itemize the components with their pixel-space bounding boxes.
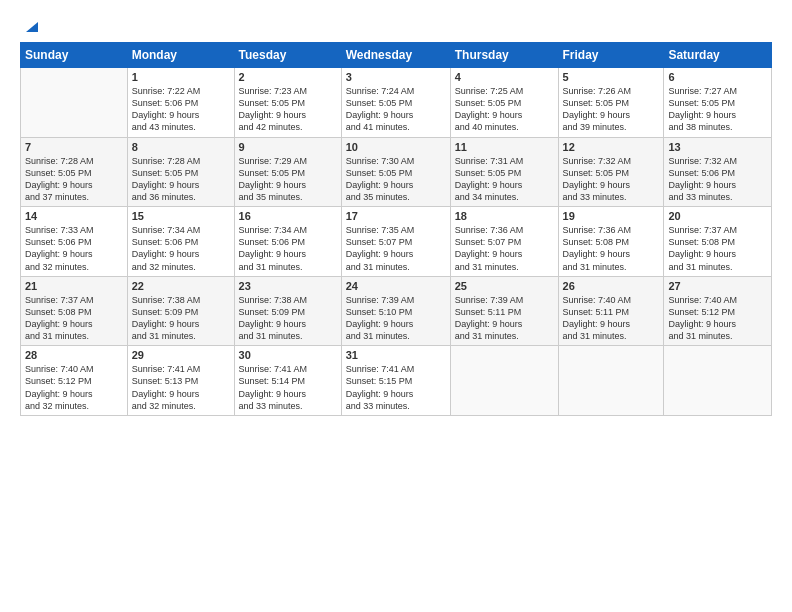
calendar-week-row: 1Sunrise: 7:22 AM Sunset: 5:06 PM Daylig… bbox=[21, 68, 772, 138]
logo bbox=[20, 18, 38, 32]
calendar-week-row: 14Sunrise: 7:33 AM Sunset: 5:06 PM Dayli… bbox=[21, 207, 772, 277]
day-info: Sunrise: 7:31 AM Sunset: 5:05 PM Dayligh… bbox=[455, 155, 554, 204]
calendar-cell: 12Sunrise: 7:32 AM Sunset: 5:05 PM Dayli… bbox=[558, 137, 664, 207]
day-number: 11 bbox=[455, 141, 554, 153]
day-number: 31 bbox=[346, 349, 446, 361]
day-info: Sunrise: 7:32 AM Sunset: 5:05 PM Dayligh… bbox=[563, 155, 660, 204]
day-info: Sunrise: 7:25 AM Sunset: 5:05 PM Dayligh… bbox=[455, 85, 554, 134]
calendar-cell: 20Sunrise: 7:37 AM Sunset: 5:08 PM Dayli… bbox=[664, 207, 772, 277]
day-info: Sunrise: 7:40 AM Sunset: 5:11 PM Dayligh… bbox=[563, 294, 660, 343]
day-number: 17 bbox=[346, 210, 446, 222]
day-number: 30 bbox=[239, 349, 337, 361]
calendar-week-row: 21Sunrise: 7:37 AM Sunset: 5:08 PM Dayli… bbox=[21, 276, 772, 346]
day-number: 29 bbox=[132, 349, 230, 361]
day-info: Sunrise: 7:30 AM Sunset: 5:05 PM Dayligh… bbox=[346, 155, 446, 204]
calendar-cell: 1Sunrise: 7:22 AM Sunset: 5:06 PM Daylig… bbox=[127, 68, 234, 138]
day-number: 13 bbox=[668, 141, 767, 153]
day-info: Sunrise: 7:41 AM Sunset: 5:13 PM Dayligh… bbox=[132, 363, 230, 412]
calendar-cell: 5Sunrise: 7:26 AM Sunset: 5:05 PM Daylig… bbox=[558, 68, 664, 138]
day-number: 14 bbox=[25, 210, 123, 222]
calendar-cell: 25Sunrise: 7:39 AM Sunset: 5:11 PM Dayli… bbox=[450, 276, 558, 346]
calendar-cell: 8Sunrise: 7:28 AM Sunset: 5:05 PM Daylig… bbox=[127, 137, 234, 207]
calendar-table: SundayMondayTuesdayWednesdayThursdayFrid… bbox=[20, 42, 772, 416]
calendar-cell: 21Sunrise: 7:37 AM Sunset: 5:08 PM Dayli… bbox=[21, 276, 128, 346]
calendar-header-monday: Monday bbox=[127, 43, 234, 68]
calendar-cell: 17Sunrise: 7:35 AM Sunset: 5:07 PM Dayli… bbox=[341, 207, 450, 277]
day-info: Sunrise: 7:26 AM Sunset: 5:05 PM Dayligh… bbox=[563, 85, 660, 134]
calendar-cell: 11Sunrise: 7:31 AM Sunset: 5:05 PM Dayli… bbox=[450, 137, 558, 207]
day-number: 28 bbox=[25, 349, 123, 361]
day-info: Sunrise: 7:36 AM Sunset: 5:07 PM Dayligh… bbox=[455, 224, 554, 273]
logo-triangle-icon bbox=[22, 18, 38, 34]
day-number: 18 bbox=[455, 210, 554, 222]
calendar-cell: 30Sunrise: 7:41 AM Sunset: 5:14 PM Dayli… bbox=[234, 346, 341, 416]
calendar-cell bbox=[664, 346, 772, 416]
day-info: Sunrise: 7:34 AM Sunset: 5:06 PM Dayligh… bbox=[132, 224, 230, 273]
calendar-header-thursday: Thursday bbox=[450, 43, 558, 68]
calendar-header-tuesday: Tuesday bbox=[234, 43, 341, 68]
calendar-header-row: SundayMondayTuesdayWednesdayThursdayFrid… bbox=[21, 43, 772, 68]
day-number: 26 bbox=[563, 280, 660, 292]
day-number: 3 bbox=[346, 71, 446, 83]
calendar-header-saturday: Saturday bbox=[664, 43, 772, 68]
day-number: 22 bbox=[132, 280, 230, 292]
calendar-cell: 22Sunrise: 7:38 AM Sunset: 5:09 PM Dayli… bbox=[127, 276, 234, 346]
day-number: 4 bbox=[455, 71, 554, 83]
calendar-cell: 4Sunrise: 7:25 AM Sunset: 5:05 PM Daylig… bbox=[450, 68, 558, 138]
day-info: Sunrise: 7:27 AM Sunset: 5:05 PM Dayligh… bbox=[668, 85, 767, 134]
page: SundayMondayTuesdayWednesdayThursdayFrid… bbox=[0, 0, 792, 612]
calendar-week-row: 7Sunrise: 7:28 AM Sunset: 5:05 PM Daylig… bbox=[21, 137, 772, 207]
day-info: Sunrise: 7:22 AM Sunset: 5:06 PM Dayligh… bbox=[132, 85, 230, 134]
calendar-cell: 14Sunrise: 7:33 AM Sunset: 5:06 PM Dayli… bbox=[21, 207, 128, 277]
day-number: 27 bbox=[668, 280, 767, 292]
day-info: Sunrise: 7:40 AM Sunset: 5:12 PM Dayligh… bbox=[668, 294, 767, 343]
day-number: 23 bbox=[239, 280, 337, 292]
calendar-cell: 2Sunrise: 7:23 AM Sunset: 5:05 PM Daylig… bbox=[234, 68, 341, 138]
day-number: 10 bbox=[346, 141, 446, 153]
calendar-cell: 15Sunrise: 7:34 AM Sunset: 5:06 PM Dayli… bbox=[127, 207, 234, 277]
calendar-header-sunday: Sunday bbox=[21, 43, 128, 68]
day-info: Sunrise: 7:32 AM Sunset: 5:06 PM Dayligh… bbox=[668, 155, 767, 204]
day-info: Sunrise: 7:29 AM Sunset: 5:05 PM Dayligh… bbox=[239, 155, 337, 204]
day-info: Sunrise: 7:33 AM Sunset: 5:06 PM Dayligh… bbox=[25, 224, 123, 273]
calendar-cell: 27Sunrise: 7:40 AM Sunset: 5:12 PM Dayli… bbox=[664, 276, 772, 346]
calendar-cell: 31Sunrise: 7:41 AM Sunset: 5:15 PM Dayli… bbox=[341, 346, 450, 416]
day-number: 20 bbox=[668, 210, 767, 222]
day-number: 7 bbox=[25, 141, 123, 153]
day-info: Sunrise: 7:34 AM Sunset: 5:06 PM Dayligh… bbox=[239, 224, 337, 273]
calendar-cell: 9Sunrise: 7:29 AM Sunset: 5:05 PM Daylig… bbox=[234, 137, 341, 207]
calendar-cell: 24Sunrise: 7:39 AM Sunset: 5:10 PM Dayli… bbox=[341, 276, 450, 346]
calendar-cell bbox=[558, 346, 664, 416]
calendar-cell: 28Sunrise: 7:40 AM Sunset: 5:12 PM Dayli… bbox=[21, 346, 128, 416]
day-info: Sunrise: 7:41 AM Sunset: 5:15 PM Dayligh… bbox=[346, 363, 446, 412]
calendar-cell: 29Sunrise: 7:41 AM Sunset: 5:13 PM Dayli… bbox=[127, 346, 234, 416]
calendar-cell: 3Sunrise: 7:24 AM Sunset: 5:05 PM Daylig… bbox=[341, 68, 450, 138]
calendar-cell bbox=[450, 346, 558, 416]
day-number: 21 bbox=[25, 280, 123, 292]
day-info: Sunrise: 7:28 AM Sunset: 5:05 PM Dayligh… bbox=[132, 155, 230, 204]
svg-marker-0 bbox=[26, 22, 38, 32]
day-info: Sunrise: 7:40 AM Sunset: 5:12 PM Dayligh… bbox=[25, 363, 123, 412]
day-number: 15 bbox=[132, 210, 230, 222]
day-info: Sunrise: 7:37 AM Sunset: 5:08 PM Dayligh… bbox=[25, 294, 123, 343]
calendar-cell: 16Sunrise: 7:34 AM Sunset: 5:06 PM Dayli… bbox=[234, 207, 341, 277]
day-info: Sunrise: 7:39 AM Sunset: 5:10 PM Dayligh… bbox=[346, 294, 446, 343]
day-info: Sunrise: 7:35 AM Sunset: 5:07 PM Dayligh… bbox=[346, 224, 446, 273]
calendar-cell: 19Sunrise: 7:36 AM Sunset: 5:08 PM Dayli… bbox=[558, 207, 664, 277]
calendar-week-row: 28Sunrise: 7:40 AM Sunset: 5:12 PM Dayli… bbox=[21, 346, 772, 416]
day-number: 9 bbox=[239, 141, 337, 153]
day-number: 8 bbox=[132, 141, 230, 153]
day-info: Sunrise: 7:36 AM Sunset: 5:08 PM Dayligh… bbox=[563, 224, 660, 273]
calendar-header-friday: Friday bbox=[558, 43, 664, 68]
calendar-cell: 23Sunrise: 7:38 AM Sunset: 5:09 PM Dayli… bbox=[234, 276, 341, 346]
day-number: 2 bbox=[239, 71, 337, 83]
day-info: Sunrise: 7:24 AM Sunset: 5:05 PM Dayligh… bbox=[346, 85, 446, 134]
day-number: 1 bbox=[132, 71, 230, 83]
calendar-cell: 13Sunrise: 7:32 AM Sunset: 5:06 PM Dayli… bbox=[664, 137, 772, 207]
calendar-cell bbox=[21, 68, 128, 138]
day-info: Sunrise: 7:28 AM Sunset: 5:05 PM Dayligh… bbox=[25, 155, 123, 204]
day-info: Sunrise: 7:23 AM Sunset: 5:05 PM Dayligh… bbox=[239, 85, 337, 134]
calendar-cell: 10Sunrise: 7:30 AM Sunset: 5:05 PM Dayli… bbox=[341, 137, 450, 207]
header bbox=[20, 18, 772, 32]
calendar-cell: 6Sunrise: 7:27 AM Sunset: 5:05 PM Daylig… bbox=[664, 68, 772, 138]
